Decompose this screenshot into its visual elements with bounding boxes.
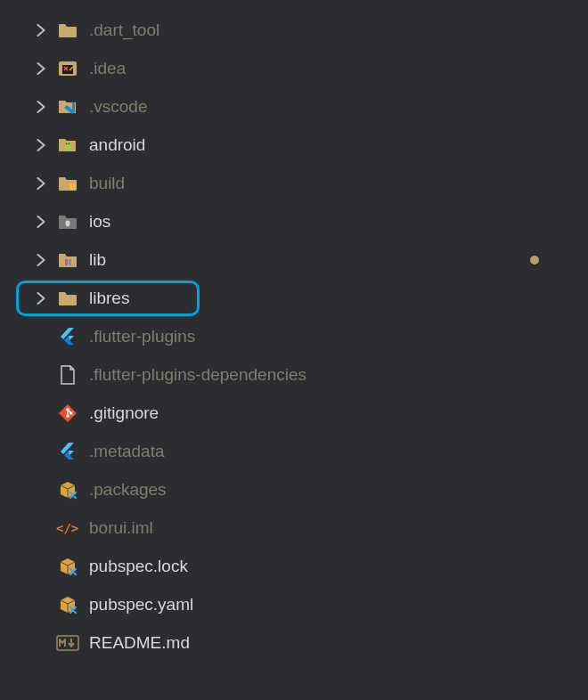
folder-generic-icon bbox=[55, 18, 80, 43]
chevron-right-icon[interactable] bbox=[32, 289, 50, 307]
svg-text:</>: </> bbox=[56, 521, 78, 535]
file-tree: .dart_tool.idea.vscodeandroidbuildioslib… bbox=[0, 0, 530, 662]
tree-item-build[interactable]: build bbox=[16, 164, 530, 202]
git-icon bbox=[55, 401, 80, 426]
package-icon bbox=[55, 554, 80, 579]
folder-idea-icon bbox=[55, 56, 80, 81]
tree-item-label: .vscode bbox=[89, 97, 147, 117]
tree-item-label: .gitignore bbox=[89, 403, 159, 423]
tree-item-android[interactable]: android bbox=[16, 126, 530, 164]
tree-item-label: .metadata bbox=[89, 442, 165, 461]
tree-item-label: README.md bbox=[89, 633, 190, 653]
flutter-icon bbox=[55, 439, 80, 464]
folder-android-icon bbox=[55, 133, 80, 158]
tree-item-libres[interactable]: libres bbox=[16, 279, 530, 317]
tree-item-ios[interactable]: ios bbox=[16, 202, 530, 240]
folder-lib-icon bbox=[55, 248, 80, 273]
iml-icon: </> bbox=[55, 516, 80, 541]
chevron-right-icon[interactable] bbox=[32, 175, 50, 192]
file-icon bbox=[55, 362, 80, 387]
tree-item--vscode[interactable]: .vscode bbox=[16, 87, 530, 126]
tree-item-label: .flutter-plugins-dependencies bbox=[89, 365, 306, 385]
tree-item-label: pubspec.yaml bbox=[89, 595, 193, 615]
tree-item--flutter-plugins-dependencies[interactable]: .flutter-plugins-dependencies bbox=[16, 355, 530, 394]
chevron-spacer bbox=[32, 519, 50, 537]
tree-item-label: .flutter-plugins bbox=[89, 327, 195, 346]
svg-point-3 bbox=[69, 142, 70, 144]
package-icon bbox=[55, 592, 80, 617]
tree-item--gitignore[interactable]: .gitignore bbox=[16, 394, 530, 432]
chevron-spacer bbox=[32, 558, 50, 575]
chevron-right-icon[interactable] bbox=[32, 98, 50, 116]
folder-ios-icon bbox=[55, 209, 80, 234]
chevron-spacer bbox=[32, 443, 50, 460]
markdown-icon bbox=[55, 631, 80, 655]
tree-item-pubspec-yaml[interactable]: pubspec.yaml bbox=[16, 585, 530, 623]
tree-item-lib[interactable]: lib bbox=[16, 240, 530, 279]
chevron-right-icon[interactable] bbox=[32, 136, 50, 154]
chevron-spacer bbox=[32, 596, 50, 614]
folder-generic-icon bbox=[55, 286, 80, 311]
chevron-right-icon[interactable] bbox=[32, 213, 50, 231]
tree-item-pubspec-lock[interactable]: pubspec.lock bbox=[16, 547, 530, 585]
tree-item-label: libres bbox=[89, 289, 129, 308]
chevron-spacer bbox=[32, 404, 50, 422]
svg-rect-6 bbox=[69, 259, 71, 265]
svg-rect-5 bbox=[65, 259, 68, 265]
chevron-right-icon[interactable] bbox=[32, 21, 50, 39]
tree-item-label: ios bbox=[89, 212, 110, 232]
chevron-spacer bbox=[32, 634, 50, 652]
tree-item-label: lib bbox=[89, 250, 106, 270]
chevron-spacer bbox=[32, 328, 50, 346]
tree-item--flutter-plugins[interactable]: .flutter-plugins bbox=[16, 317, 530, 355]
chevron-right-icon[interactable] bbox=[32, 251, 50, 269]
tree-item-label: .packages bbox=[89, 480, 167, 500]
tree-item--packages[interactable]: .packages bbox=[16, 470, 530, 509]
tree-item-borui-iml[interactable]: </>borui.iml bbox=[16, 509, 530, 547]
chevron-spacer bbox=[32, 481, 50, 499]
tree-item--dart-tool[interactable]: .dart_tool bbox=[16, 11, 530, 49]
package-icon bbox=[55, 477, 80, 502]
flutter-icon bbox=[55, 324, 80, 349]
tree-item--idea[interactable]: .idea bbox=[16, 49, 530, 87]
folder-vscode-icon bbox=[55, 94, 80, 119]
tree-item-label: pubspec.lock bbox=[89, 557, 188, 576]
modified-dot-icon bbox=[530, 256, 539, 265]
svg-point-2 bbox=[66, 142, 68, 144]
tree-item-label: build bbox=[89, 174, 125, 193]
folder-build-icon bbox=[55, 171, 80, 196]
tree-item-label: .dart_tool bbox=[89, 20, 159, 40]
svg-rect-4 bbox=[69, 183, 76, 190]
chevron-right-icon[interactable] bbox=[32, 60, 50, 77]
chevron-spacer bbox=[32, 366, 50, 384]
tree-item-label: android bbox=[89, 135, 145, 155]
tree-item-label: borui.iml bbox=[89, 518, 153, 538]
tree-item-label: .idea bbox=[89, 59, 126, 78]
tree-item-readme-md[interactable]: README.md bbox=[16, 623, 530, 662]
tree-item--metadata[interactable]: .metadata bbox=[16, 432, 530, 470]
